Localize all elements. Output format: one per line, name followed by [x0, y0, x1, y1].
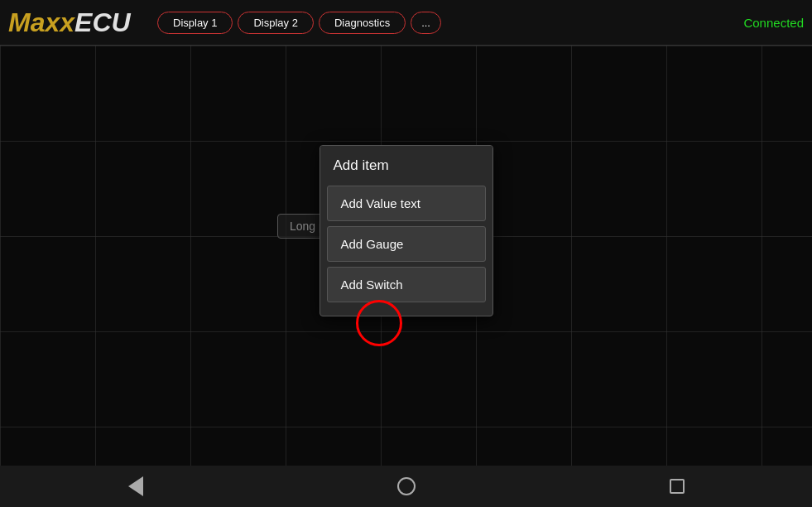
add-item-dialog: Add item Add Value text Add Gauge Add Sw… — [320, 145, 493, 316]
recent-button[interactable] — [665, 474, 689, 499]
home-icon — [397, 477, 416, 495]
tab-display2[interactable]: Display 2 — [238, 12, 313, 34]
tab-bar: Display 1 Display 2 Diagnostics ... — [157, 12, 441, 34]
add-gauge-button[interactable]: Add Gauge — [327, 226, 486, 262]
logo: Maxx ECU — [8, 4, 141, 41]
back-icon — [128, 476, 143, 496]
tab-diagnostics[interactable]: Diagnostics — [319, 12, 406, 34]
recent-icon — [670, 479, 685, 494]
add-value-text-button[interactable]: Add Value text — [327, 186, 486, 221]
back-button[interactable] — [123, 474, 148, 499]
home-button[interactable] — [394, 474, 419, 499]
modal-overlay: Add item Add Value text Add Gauge Add Sw… — [0, 46, 812, 466]
tab-display1[interactable]: Display 1 — [157, 12, 233, 34]
tab-more[interactable]: ... — [411, 12, 441, 34]
add-switch-button[interactable]: Add Switch — [327, 267, 486, 302]
bottom-nav — [0, 466, 812, 507]
dialog-title: Add item — [320, 146, 492, 182]
logo-maxx-text: Maxx — [8, 7, 74, 38]
dialog-button-list: Add Value text Add Gauge Add Switch — [320, 182, 492, 316]
connection-status: Connected — [743, 16, 804, 30]
logo-ecu-text: ECU — [74, 7, 131, 38]
header: Maxx ECU Display 1 Display 2 Diagnostics… — [0, 0, 812, 46]
